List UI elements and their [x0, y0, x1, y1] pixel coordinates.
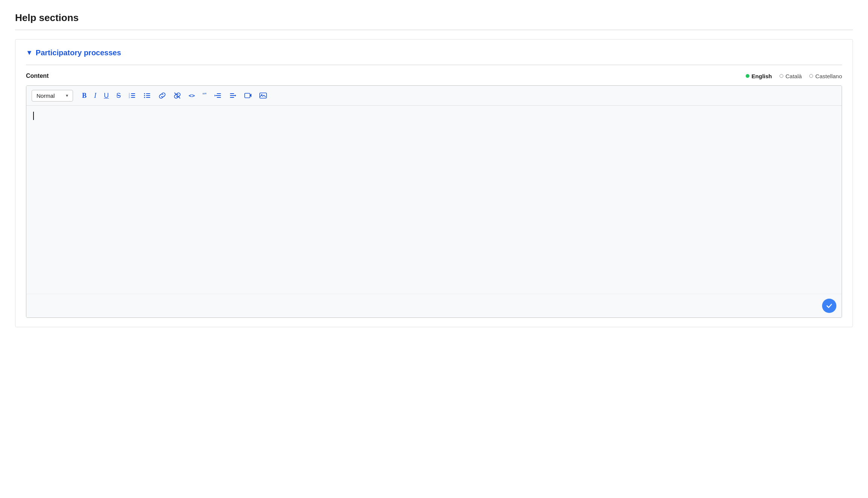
image-button[interactable]: [256, 90, 270, 102]
svg-rect-16: [230, 93, 234, 94]
language-switcher: English Català Castellano: [746, 73, 842, 79]
svg-rect-18: [230, 97, 234, 98]
lang-label-catala: Català: [786, 73, 802, 79]
lang-option-catala[interactable]: Català: [780, 73, 802, 79]
section-toggle-icon[interactable]: ▼: [26, 49, 33, 57]
section-header: ▼ Participatory processes: [26, 49, 842, 57]
content-row: Content English Català Castellano: [26, 73, 842, 79]
editor-footer: [26, 294, 842, 317]
svg-rect-2: [131, 97, 135, 98]
lang-option-castellano[interactable]: Castellano: [809, 73, 842, 79]
ordered-list-button[interactable]: 1 2 3: [125, 90, 139, 102]
svg-rect-15: [217, 97, 221, 98]
svg-rect-14: [216, 95, 221, 96]
svg-text:3: 3: [129, 96, 130, 99]
editor-content[interactable]: [26, 106, 842, 294]
lang-dot-castellano: [809, 74, 813, 78]
video-button[interactable]: [241, 90, 255, 102]
lang-dot-english: [746, 74, 749, 78]
svg-point-10: [144, 95, 145, 96]
link-button[interactable]: [155, 90, 169, 102]
lang-option-english[interactable]: English: [746, 73, 772, 79]
page-divider: [15, 30, 853, 30]
page-title: Help sections: [15, 12, 853, 24]
svg-rect-7: [146, 95, 150, 96]
format-select[interactable]: Normal Heading 1 Heading 2 Heading 3 Hea…: [37, 93, 62, 99]
unlink-button[interactable]: [171, 90, 184, 102]
strikethrough-button[interactable]: S: [113, 90, 124, 101]
content-divider: [26, 65, 842, 65]
underline-button[interactable]: U: [101, 90, 112, 101]
lang-label-castellano: Castellano: [815, 73, 842, 79]
format-select-wrapper[interactable]: Normal Heading 1 Heading 2 Heading 3 Hea…: [32, 90, 73, 102]
editor-cursor: [33, 112, 34, 120]
content-label: Content: [26, 73, 49, 79]
svg-point-11: [144, 97, 145, 98]
editor-wrapper: Normal Heading 1 Heading 2 Heading 3 Hea…: [26, 85, 842, 318]
outdent-button[interactable]: [211, 90, 225, 102]
unordered-list-button[interactable]: [140, 90, 154, 102]
svg-rect-0: [131, 93, 135, 94]
svg-point-9: [144, 93, 145, 94]
svg-rect-19: [245, 93, 250, 98]
lang-dot-catala: [780, 74, 783, 78]
code-button[interactable]: <>: [186, 91, 198, 100]
svg-rect-13: [217, 93, 221, 94]
italic-button[interactable]: I: [91, 90, 99, 101]
chevron-down-icon: ▾: [66, 93, 68, 98]
editor-toolbar: Normal Heading 1 Heading 2 Heading 3 Hea…: [26, 86, 842, 106]
svg-rect-8: [146, 97, 150, 98]
indent-button[interactable]: [226, 90, 240, 102]
confirm-button[interactable]: [822, 299, 836, 313]
svg-rect-1: [131, 95, 135, 96]
section-card: ▼ Participatory processes Content Englis…: [15, 39, 853, 327]
svg-rect-6: [146, 93, 150, 94]
bold-button[interactable]: B: [79, 90, 90, 101]
blockquote-button[interactable]: “”: [199, 90, 210, 101]
section-title[interactable]: Participatory processes: [36, 49, 121, 57]
lang-label-english: English: [752, 73, 772, 79]
